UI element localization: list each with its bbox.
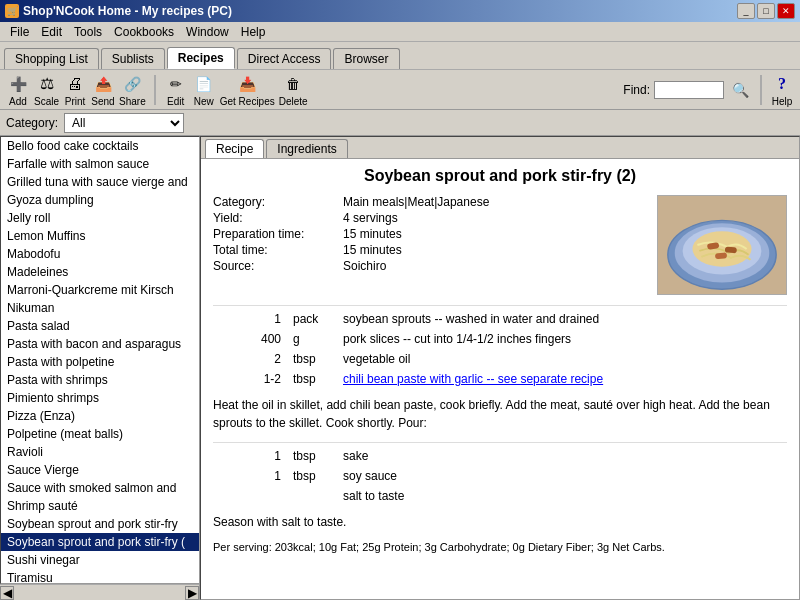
list-item-selected[interactable]: Soybean sprout and pork stir-fry ( bbox=[1, 533, 199, 551]
new-button[interactable]: 📄 New bbox=[192, 73, 216, 107]
scale-button[interactable]: ⚖ Scale bbox=[34, 73, 59, 107]
list-item[interactable]: Mabodofu bbox=[1, 245, 199, 263]
scroll-right-button[interactable]: ▶ bbox=[185, 586, 199, 600]
list-item[interactable]: Nikuman bbox=[1, 299, 199, 317]
yield-info-value: 4 servings bbox=[343, 211, 645, 225]
list-item[interactable]: Sushi vinegar bbox=[1, 551, 199, 569]
new-label: New bbox=[194, 96, 214, 107]
list-item[interactable]: Pizza (Enza) bbox=[1, 407, 199, 425]
list-item[interactable]: Lemon Muffins bbox=[1, 227, 199, 245]
toolbar-sep-1 bbox=[154, 75, 156, 105]
recipe-list[interactable]: Bello food cake cocktails Farfalle with … bbox=[0, 136, 200, 584]
menu-window[interactable]: Window bbox=[180, 23, 235, 41]
send-icon: 📤 bbox=[91, 73, 115, 95]
source-info-label: Source: bbox=[213, 259, 343, 273]
list-item[interactable]: Grilled tuna with sauce vierge and bbox=[1, 173, 199, 191]
list-horizontal-scrollbar[interactable]: ◀ ▶ bbox=[0, 584, 199, 600]
list-item[interactable]: Sauce Vierge bbox=[1, 461, 199, 479]
category-row: Category: All bbox=[0, 110, 800, 136]
info-row-prep: Preparation time: 15 minutes bbox=[213, 227, 645, 241]
print-label: Print bbox=[65, 96, 86, 107]
menu-help[interactable]: Help bbox=[235, 23, 272, 41]
list-item[interactable]: Marroni-Quarkcreme mit Kirsch bbox=[1, 281, 199, 299]
category-info-label: Category: bbox=[213, 195, 343, 209]
recipe-image-placeholder bbox=[658, 196, 786, 294]
add-button[interactable]: ➕ Add bbox=[6, 73, 30, 107]
add-label: Add bbox=[9, 96, 27, 107]
menu-tools[interactable]: Tools bbox=[68, 23, 108, 41]
window-title: Shop'NCook Home - My recipes (PC) bbox=[23, 4, 232, 18]
help-button[interactable]: ? Help bbox=[770, 73, 794, 107]
tab-recipes[interactable]: Recipes bbox=[167, 47, 235, 69]
edit-icon: ✏ bbox=[164, 73, 188, 95]
sub-tab-recipe[interactable]: Recipe bbox=[205, 139, 264, 158]
list-item[interactable]: Polpetine (meat balls) bbox=[1, 425, 199, 443]
prep-info-value: 15 minutes bbox=[343, 227, 645, 241]
total-info-value: 15 minutes bbox=[343, 243, 645, 257]
find-icon[interactable]: 🔍 bbox=[728, 79, 752, 101]
category-select[interactable]: All bbox=[64, 113, 184, 133]
info-row-yield: Yield: 4 servings bbox=[213, 211, 645, 225]
info-row-source: Source: Soichiro bbox=[213, 259, 645, 273]
list-item[interactable]: Shrimp sauté bbox=[1, 497, 199, 515]
find-input[interactable] bbox=[654, 81, 724, 99]
minimize-button[interactable]: _ bbox=[737, 3, 755, 19]
recipe-info-table: Category: Main meals|Meat|Japanese Yield… bbox=[213, 195, 645, 295]
list-item[interactable]: Soybean sprout and pork stir-fry bbox=[1, 515, 199, 533]
instructions: Heat the oil in skillet, add chili bean … bbox=[213, 396, 787, 432]
list-item[interactable]: Madeleines bbox=[1, 263, 199, 281]
list-item[interactable]: Pasta with shrimps bbox=[1, 371, 199, 389]
list-item[interactable]: Pasta with bacon and asparagus bbox=[1, 335, 199, 353]
tab-sublists[interactable]: Sublists bbox=[101, 48, 165, 69]
ing-amount: 1 bbox=[213, 449, 293, 463]
tab-shopping-list[interactable]: Shopping List bbox=[4, 48, 99, 69]
list-item[interactable]: Ravioli bbox=[1, 443, 199, 461]
edit-button[interactable]: ✏ Edit bbox=[164, 73, 188, 107]
info-row-total: Total time: 15 minutes bbox=[213, 243, 645, 257]
ing-link[interactable]: chili bean paste with garlic -- see sepa… bbox=[343, 372, 787, 386]
new-icon: 📄 bbox=[192, 73, 216, 95]
tab-direct-access[interactable]: Direct Access bbox=[237, 48, 332, 69]
sub-tab-ingredients[interactable]: Ingredients bbox=[266, 139, 347, 158]
get-recipes-icon: 📥 bbox=[229, 73, 265, 95]
ingredient-row: 1-2 tbsp chili bean paste with garlic --… bbox=[213, 372, 787, 386]
list-item[interactable]: Gyoza dumpling bbox=[1, 191, 199, 209]
ingredient-row: 2 tbsp vegetable oil bbox=[213, 352, 787, 366]
ingredient-row: salt to taste bbox=[213, 489, 787, 503]
menu-edit[interactable]: Edit bbox=[35, 23, 68, 41]
list-item[interactable]: Farfalle with salmon sauce bbox=[1, 155, 199, 173]
ing-amount: 1 bbox=[213, 469, 293, 483]
sub-tab-row: Recipe Ingredients bbox=[201, 137, 799, 159]
list-item[interactable]: Pasta salad bbox=[1, 317, 199, 335]
list-item[interactable]: Pimiento shrimps bbox=[1, 389, 199, 407]
share-icon: 🔗 bbox=[120, 73, 144, 95]
ing-amount: 1 bbox=[213, 312, 293, 326]
share-label: Share bbox=[119, 96, 146, 107]
list-item[interactable]: Pasta with polpetine bbox=[1, 353, 199, 371]
close-button[interactable]: ✕ bbox=[777, 3, 795, 19]
source-info-value: Soichiro bbox=[343, 259, 645, 273]
ing-amount bbox=[213, 489, 293, 503]
tab-browser[interactable]: Browser bbox=[333, 48, 399, 69]
share-button[interactable]: 🔗 Share bbox=[119, 73, 146, 107]
ing-amount: 2 bbox=[213, 352, 293, 366]
main-tab-row: Shopping List Sublists Recipes Direct Ac… bbox=[0, 42, 800, 70]
menu-file[interactable]: File bbox=[4, 23, 35, 41]
maximize-button[interactable]: □ bbox=[757, 3, 775, 19]
list-item[interactable]: Tiramisu bbox=[1, 569, 199, 584]
list-item[interactable]: Jelly roll bbox=[1, 209, 199, 227]
list-item[interactable]: Bello food cake cocktails bbox=[1, 137, 199, 155]
yield-info-label: Yield: bbox=[213, 211, 343, 225]
scroll-left-button[interactable]: ◀ bbox=[0, 586, 14, 600]
send-label: Send bbox=[91, 96, 114, 107]
ingredients-section-2: 1 tbsp sake 1 tbsp soy sauce salt to tas… bbox=[213, 442, 787, 503]
send-button[interactable]: 📤 Send bbox=[91, 73, 115, 107]
delete-button[interactable]: 🗑 Delete bbox=[279, 73, 308, 107]
print-button[interactable]: 🖨 Print bbox=[63, 73, 87, 107]
toolbar-sep-2 bbox=[760, 75, 762, 105]
app-icon: 🛒 bbox=[5, 4, 19, 18]
list-item[interactable]: Sauce with smoked salmon and bbox=[1, 479, 199, 497]
get-recipes-button[interactable]: 📥 Get Recipes bbox=[220, 73, 275, 107]
menu-cookbooks[interactable]: Cookbooks bbox=[108, 23, 180, 41]
delete-icon: 🗑 bbox=[281, 73, 305, 95]
